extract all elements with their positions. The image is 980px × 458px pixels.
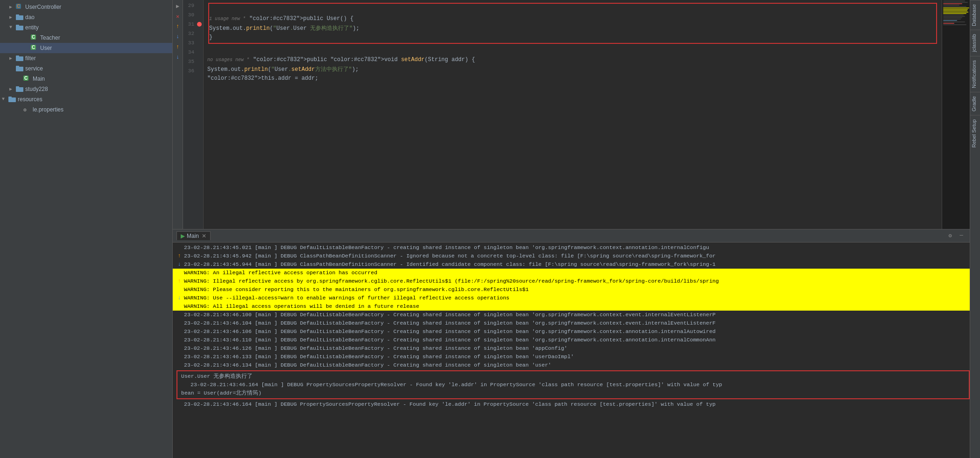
code-editor[interactable]: 29303132333435361 usage new * "color:#cc…: [183, 0, 942, 229]
code-text: "color:#cc7832">public User() {: [249, 15, 353, 22]
console-line-text: 23-02-28.21:43:46.100 [main ] DEBUG Defa…: [184, 312, 716, 318]
class-icon: [31, 45, 38, 51]
console-tab-main[interactable]: ▶ Main ✕: [176, 231, 211, 240]
code-text: "color:#cc7832">public "color:#cc7832">v…: [253, 56, 475, 63]
console-line: ↑WARNING: Illegal reflective access by o…: [173, 277, 970, 285]
tree-arrow: [9, 56, 15, 61]
console-output[interactable]: 23-02-28.21:43:45.021 [main ] DEBUG Defa…: [173, 243, 970, 458]
tree-item-user[interactable]: User: [0, 43, 172, 53]
editor-left-toolbar: ▶ ✕ ↑ ↓ ↑ ↓: [173, 0, 183, 229]
class-icon: [23, 76, 31, 82]
code-hint: no usages new *: [207, 57, 249, 62]
down-nav-icon[interactable]: ↓: [174, 33, 182, 41]
code-lines[interactable]: 1 usage new * "color:#cc7832">public Use…: [204, 0, 942, 229]
right-tab-notifications[interactable]: Notifications: [970, 56, 980, 92]
properties-icon: ⚙: [23, 107, 31, 113]
tree-item-label: entity: [25, 24, 39, 31]
tree-item-label: study228: [25, 86, 48, 92]
console-gutter: ↑: [175, 278, 184, 285]
console-red-block-line-1: User.User 无参构造执行了: [179, 372, 967, 381]
tree-item-label: resources: [18, 96, 42, 103]
code-line: [209, 5, 936, 14]
console-line: WARNING: Please consider reporting this …: [173, 285, 970, 294]
code-text: }: [209, 34, 212, 41]
console-line-text: 23-02-28.21:43:46.133 [main ] DEBUG Defa…: [184, 354, 574, 360]
console-gutter: ↓: [175, 261, 184, 268]
tree-item-label: User: [40, 45, 52, 51]
line-number: 29: [183, 3, 196, 8]
tree-item-label: Main: [33, 76, 45, 82]
code-line: no usages new * "color:#cc7832">public "…: [207, 55, 938, 64]
tree-item-label: le.properties: [33, 106, 63, 113]
line-gutter-marker: [196, 22, 203, 27]
svg-rect-11: [8, 97, 12, 98]
line-number: 31: [183, 21, 196, 27]
console-line-text: 23-02-28.21:43:46.126 [main ] DEBUG Defa…: [184, 345, 567, 351]
right-panel: Database jclasslib Notifications Gradle …: [970, 0, 980, 458]
code-line: [207, 46, 938, 55]
console-line-text: 23-02-28.21:43:46.164 [main ] DEBUG Prop…: [190, 382, 722, 388]
console-line: 23-02-28.21:43:46.110 [main ] DEBUG Defa…: [173, 336, 970, 344]
code-line: 1 usage new * "color:#cc7832">public Use…: [209, 14, 936, 23]
console-line: 23-02-28.21:43:46.126 [main ] DEBUG Defa…: [173, 344, 970, 353]
class-icon: [31, 35, 38, 41]
up-nav-icon[interactable]: ↑: [174, 22, 182, 31]
console-toolbar: ⚙ —: [945, 231, 966, 240]
console-line-text: WARNING: Use --illegal-access=warn to en…: [184, 295, 509, 301]
right-tab-rebel[interactable]: Rebel Setup: [970, 115, 980, 152]
right-tab-gradle[interactable]: Gradle: [970, 92, 980, 115]
tree-item-label: dao: [25, 14, 35, 21]
svg-rect-9: [16, 86, 19, 88]
code-line: }: [209, 33, 936, 42]
right-tab-jclasslib[interactable]: jclasslib: [970, 30, 980, 56]
tree-item-label: filter: [25, 55, 36, 62]
tree-arrow: [9, 4, 15, 10]
console-line: ↑23-02-28.21:43:45.942 [main ] DEBUG Cla…: [173, 252, 970, 260]
line-number: 33: [183, 40, 196, 46]
folder-icon: [16, 65, 23, 72]
line-number: 32: [183, 31, 196, 36]
folder-icon: [8, 96, 16, 103]
breakpoint-dot: [197, 22, 202, 27]
code-text: System.out.println("User.User 无参构造执行了");: [209, 24, 360, 32]
svg-rect-3: [16, 25, 19, 27]
tree-item-dao[interactable]: dao: [0, 12, 172, 22]
code-line: System.out.println("User.setAddr方法中执行了")…: [207, 64, 938, 74]
svg-rect-5: [16, 56, 19, 57]
breakpoint-highlight-box: 1 usage new * "color:#cc7832">public Use…: [208, 3, 937, 44]
tree-item-entity[interactable]: entity: [0, 22, 172, 33]
tree-item-usercontroller[interactable]: UserController: [0, 2, 172, 12]
code-text: System.out.println("User.setAddr方法中执行了")…: [207, 65, 359, 73]
console-line-text: 23-02-28.21:43:45.944 [main ] DEBUG Clas…: [184, 261, 716, 267]
console-settings-btn[interactable]: ⚙: [945, 231, 955, 240]
console-line-text: 23-02-28.21:43:46.104 [main ] DEBUG Defa…: [184, 320, 716, 326]
tree-item-filter[interactable]: filter: [0, 53, 172, 63]
console-maximize-btn[interactable]: —: [957, 231, 966, 240]
folder-icon: [16, 55, 23, 62]
svg-rect-1: [16, 14, 19, 16]
folder-icon: [16, 24, 23, 31]
right-tab-database[interactable]: Database: [970, 0, 980, 30]
tree-item-teacher[interactable]: Teacher: [0, 33, 172, 43]
console-line: 23-02-28.21:43:46.100 [main ] DEBUG Defa…: [173, 311, 970, 319]
tree-item-le-properties[interactable]: ⚙le.properties: [0, 104, 172, 115]
tree-item-service[interactable]: service: [0, 63, 172, 74]
tree-item-study228[interactable]: study228: [0, 84, 172, 94]
console-line-text: 23-02-28.21:43:46.110 [main ] DEBUG Defa…: [184, 337, 716, 343]
console-line: 23-02-28.21:43:46.106 [main ] DEBUG Defa…: [173, 327, 970, 336]
tree-item-main[interactable]: Main: [0, 74, 172, 84]
console-line: 23-02-28.21:43:45.021 [main ] DEBUG Defa…: [173, 243, 970, 252]
code-hint: 1 usage new *: [209, 16, 246, 21]
console-gutter: ↓: [175, 295, 184, 301]
console-close-btn[interactable]: ✕: [202, 233, 206, 239]
run-icon[interactable]: ▶: [174, 2, 182, 10]
down-nav2-icon[interactable]: ↓: [174, 53, 182, 62]
up-nav2-icon[interactable]: ↑: [174, 43, 182, 51]
console-line: ↓23-02-28.21:43:45.944 [main ] DEBUG Cla…: [173, 260, 970, 269]
tree-item-label: service: [25, 65, 43, 72]
tree-arrow: [9, 86, 15, 92]
tree-item-resources[interactable]: resources: [0, 94, 172, 104]
console-red-block: User.User 无参构造执行了23-02-28.21:43:46.164 […: [176, 370, 970, 399]
folder-icon: [16, 86, 23, 92]
code-text: "color:#cc7832">this.addr = addr;: [207, 75, 318, 82]
